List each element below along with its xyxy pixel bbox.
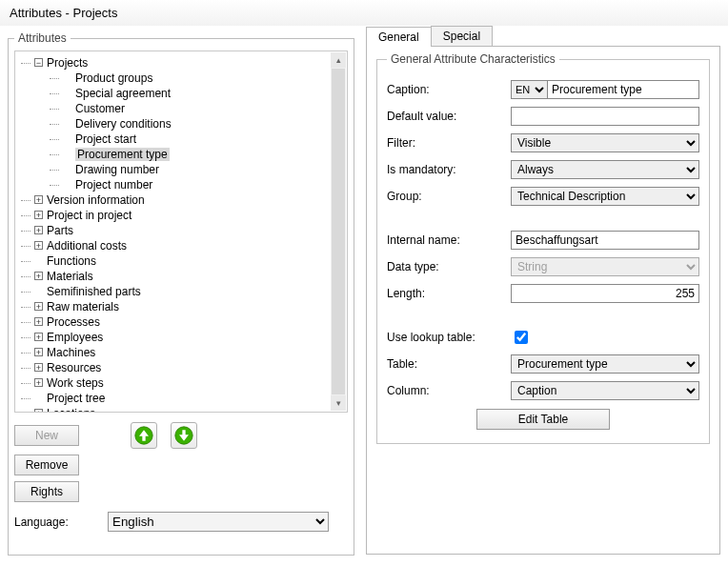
- move-down-button[interactable]: [171, 422, 197, 449]
- window-title: Attributes - Projects: [0, 0, 728, 26]
- tree-body: −ProjectsProduct groupsSpecial agreement…: [15, 51, 347, 412]
- expand-icon[interactable]: +: [34, 195, 43, 204]
- characteristics-fieldset: General Attribute Characteristics Captio…: [376, 52, 710, 444]
- button-row-1: New: [14, 422, 348, 449]
- expand-icon[interactable]: +: [34, 317, 43, 326]
- tree-node[interactable]: Project start: [75, 132, 136, 146]
- left-panel: Attributes −ProjectsProduct groupsSpecia…: [8, 26, 354, 556]
- language-select[interactable]: English: [108, 512, 329, 532]
- tree-node[interactable]: Drawing number: [75, 163, 159, 176]
- attributes-legend: Attributes: [14, 31, 71, 45]
- tab-bar: General Special: [366, 26, 720, 46]
- tree-node[interactable]: Employees: [47, 331, 103, 344]
- lookup-label: Use lookup table:: [387, 331, 511, 344]
- edit-table-button[interactable]: Edit Table: [476, 409, 610, 430]
- caption-label: Caption:: [387, 83, 511, 96]
- tree-node[interactable]: Project number: [75, 178, 152, 192]
- expand-icon[interactable]: +: [34, 348, 43, 356]
- expand-icon[interactable]: +: [34, 241, 43, 250]
- caption-input[interactable]: [547, 80, 699, 99]
- expand-icon[interactable]: +: [34, 211, 43, 219]
- language-label: Language:: [14, 515, 98, 529]
- scroll-thumb[interactable]: [332, 69, 345, 394]
- arrow-up-icon: [134, 426, 153, 445]
- tree-node-projects[interactable]: Projects: [47, 56, 88, 70]
- tree-node[interactable]: Locations: [47, 407, 95, 412]
- collapse-icon[interactable]: −: [34, 58, 43, 67]
- scroll-up-icon[interactable]: ▴: [331, 52, 346, 68]
- length-label: Length:: [387, 287, 511, 300]
- tree-node[interactable]: Special agreement: [75, 87, 171, 100]
- tab-general[interactable]: General: [366, 27, 432, 47]
- group-select[interactable]: Technical Description: [511, 187, 699, 206]
- rights-button[interactable]: Rights: [14, 481, 79, 502]
- column-label: Column:: [387, 384, 511, 397]
- internal-label: Internal name:: [387, 233, 511, 247]
- expand-icon[interactable]: +: [34, 409, 43, 412]
- general-panel: General Attribute Characteristics Captio…: [366, 46, 720, 555]
- tree-scrollbar[interactable]: ▴ ▾: [331, 52, 346, 411]
- datatype-label: Data type:: [387, 260, 511, 273]
- expand-icon[interactable]: +: [34, 272, 43, 280]
- table-label: Table:: [387, 357, 511, 371]
- expand-icon[interactable]: +: [34, 378, 43, 387]
- expand-icon[interactable]: +: [34, 333, 43, 341]
- tree-node[interactable]: Project tree: [47, 392, 105, 405]
- right-panel: General Special General Attribute Charac…: [366, 26, 720, 556]
- caption-lang-select[interactable]: EN: [511, 80, 547, 99]
- tree-node[interactable]: Product groups: [75, 71, 152, 85]
- attributes-tree[interactable]: −ProjectsProduct groupsSpecial agreement…: [14, 51, 348, 413]
- filter-label: Filter:: [387, 136, 511, 150]
- column-select[interactable]: Caption: [511, 381, 699, 400]
- content-area: Attributes −ProjectsProduct groupsSpecia…: [0, 26, 728, 563]
- tree-node[interactable]: Procurement type: [75, 148, 170, 161]
- tree-node[interactable]: Customer: [75, 102, 125, 115]
- tree-node[interactable]: Work steps: [47, 376, 104, 390]
- tree-node[interactable]: Additional costs: [47, 239, 127, 253]
- length-input[interactable]: [511, 284, 699, 303]
- tree-node[interactable]: Raw materials: [47, 300, 119, 313]
- tree-node[interactable]: Machines: [47, 346, 95, 359]
- filter-select[interactable]: Visible: [511, 133, 699, 152]
- new-button[interactable]: New: [14, 425, 79, 446]
- tree-node[interactable]: Processes: [47, 315, 100, 329]
- tree-node[interactable]: Materials: [47, 270, 93, 283]
- mandatory-select[interactable]: Always: [511, 160, 699, 179]
- tree-node[interactable]: Version information: [47, 193, 145, 207]
- attributes-window: Attributes - Projects Attributes −Projec…: [0, 0, 728, 566]
- tree-node[interactable]: Project in project: [47, 209, 131, 222]
- characteristics-legend: General Attribute Characteristics: [387, 52, 559, 66]
- group-label: Group:: [387, 190, 511, 203]
- tree-node[interactable]: Semifinished parts: [47, 285, 141, 298]
- move-up-button[interactable]: [131, 422, 157, 449]
- default-label: Default value:: [387, 110, 511, 123]
- attributes-fieldset: Attributes −ProjectsProduct groupsSpecia…: [8, 31, 354, 556]
- datatype-select: String: [511, 257, 699, 276]
- remove-button[interactable]: Remove: [14, 455, 79, 475]
- scroll-down-icon[interactable]: ▾: [331, 395, 346, 411]
- button-row-3: Rights: [14, 481, 348, 502]
- expand-icon[interactable]: +: [34, 363, 43, 372]
- arrow-down-icon: [174, 426, 193, 445]
- lookup-checkbox[interactable]: [515, 331, 528, 344]
- tab-special[interactable]: Special: [431, 26, 493, 46]
- tree-node[interactable]: Functions: [47, 254, 96, 268]
- tree-node[interactable]: Delivery conditions: [75, 117, 172, 131]
- language-row: Language: English: [14, 512, 348, 532]
- expand-icon[interactable]: +: [34, 226, 43, 234]
- mandatory-label: Is mandatory:: [387, 163, 511, 176]
- table-select[interactable]: Procurement type: [511, 354, 699, 374]
- expand-icon[interactable]: +: [34, 302, 43, 311]
- internal-input[interactable]: [511, 231, 699, 250]
- button-row-2: Remove: [14, 455, 348, 475]
- tree-node[interactable]: Parts: [47, 224, 73, 237]
- tree-node[interactable]: Resources: [47, 361, 101, 374]
- default-input[interactable]: [511, 107, 699, 126]
